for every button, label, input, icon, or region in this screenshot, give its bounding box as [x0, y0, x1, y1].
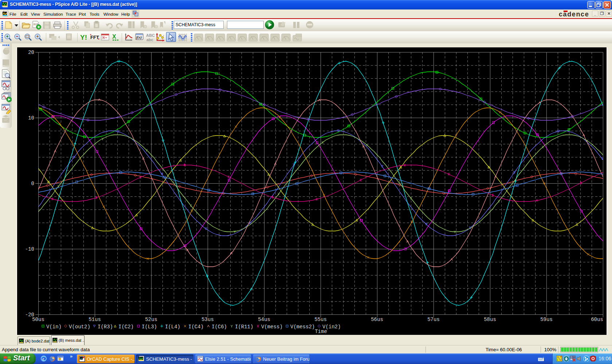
svg-text:FFT: FFT [90, 35, 99, 40]
svg-text:I(C2): I(C2) [118, 324, 134, 330]
svg-text:ABC: ABC [146, 33, 155, 38]
svg-text:V(mess): V(mess) [261, 324, 283, 330]
svg-text:I(R3): I(R3) [98, 324, 113, 330]
svg-text:V(mess2): V(mess2) [290, 324, 315, 330]
svg-text:e: e [42, 356, 44, 361]
svg-text:59us: 59us [540, 317, 553, 322]
svg-text:10: 10 [28, 115, 34, 121]
svg-text:I(L4): I(L4) [165, 324, 180, 330]
svg-text:abc: abc [146, 38, 153, 42]
svg-text:I(C4): I(C4) [188, 324, 204, 330]
svg-text:I(L3): I(L3) [142, 324, 157, 330]
svg-text:56us: 56us [371, 317, 383, 322]
svg-text:Time: Time [315, 329, 327, 334]
svg-text:f(x): f(x) [136, 35, 142, 40]
svg-text:20: 20 [28, 50, 34, 55]
svg-text:53us: 53us [201, 317, 214, 322]
svg-text:I(R11): I(R11) [235, 324, 253, 330]
svg-text:55us: 55us [314, 317, 327, 322]
svg-text:Y!: Y! [80, 34, 87, 41]
svg-text:N=: N= [102, 35, 107, 40]
svg-text:50us: 50us [32, 317, 44, 322]
svg-text:V(in): V(in) [46, 324, 62, 330]
svg-text:51us: 51us [89, 317, 101, 322]
svg-text:0: 0 [31, 181, 34, 187]
svg-text:V(out2): V(out2) [69, 324, 90, 330]
svg-text:58us: 58us [484, 317, 496, 322]
svg-text:52us: 52us [145, 317, 157, 322]
svg-text:60us: 60us [591, 317, 603, 322]
svg-text:X: X [112, 34, 116, 40]
svg-text:I(C6): I(C6) [212, 324, 227, 330]
svg-text:54us: 54us [258, 317, 270, 322]
svg-text:57us: 57us [427, 317, 440, 322]
svg-text:-10: -10 [25, 246, 34, 252]
